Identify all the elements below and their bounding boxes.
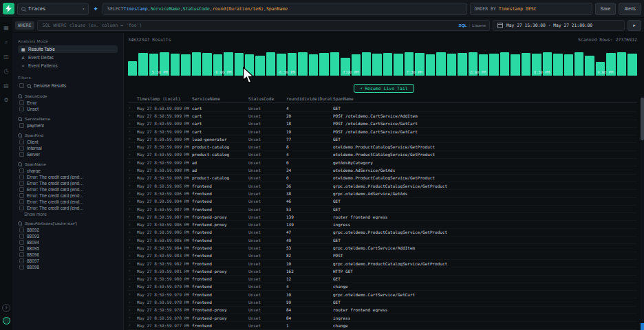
histogram-bar[interactable]: [372, 54, 381, 76]
table-row[interactable]: ›May 27 8:59:59.999 PMadUnset0getAdsByCa…: [128, 159, 637, 166]
language-lucene-option[interactable]: Lucene: [472, 23, 486, 28]
search-icon[interactable]: ⌕: [5, 39, 8, 46]
filter-item[interactable]: 88092: [18, 227, 118, 233]
filter-checkbox[interactable]: [19, 193, 24, 198]
table-scrollbar[interactable]: [641, 96, 644, 330]
histogram-bar[interactable]: [553, 54, 562, 76]
histogram-bar[interactable]: [383, 53, 392, 76]
table-row[interactable]: ›May 27 8:59:59.998 PMadUnset34oteldemo.…: [128, 166, 637, 174]
source-select[interactable]: Traces ▾: [17, 3, 89, 15]
filter-checkbox[interactable]: [19, 258, 24, 263]
filter-group-header[interactable]: SpanName: [18, 162, 118, 166]
filter-item[interactable]: Error: [18, 100, 118, 106]
filter-item[interactable]: 88093: [18, 233, 118, 239]
denoise-checkbox[interactable]: [19, 83, 24, 88]
filter-item[interactable]: Error: The credit card (end…: [18, 199, 118, 205]
col-timestamp[interactable]: Timestamp (Local): [137, 96, 192, 101]
histogram-bar[interactable]: [405, 52, 414, 76]
filter-checkbox[interactable]: [19, 152, 24, 157]
col-spanname[interactable]: SpanName: [333, 96, 637, 101]
histogram-bar[interactable]: [415, 53, 424, 76]
histogram-bar[interactable]: [224, 52, 233, 76]
filter-item[interactable]: Client: [18, 139, 118, 145]
filter-item[interactable]: Error: The credit card (end…: [18, 192, 118, 199]
table-row[interactable]: ›May 27 8:59:59.980 PMfrontendUnset12GET: [128, 276, 637, 283]
table-row[interactable]: ›May 27 8:59:59.986 PMfrontend-proxyUnse…: [128, 221, 637, 228]
table-row[interactable]: ›May 27 8:59:59.998 PMproduct-catalogUns…: [128, 175, 637, 182]
histogram-bar[interactable]: [171, 54, 180, 76]
filter-checkbox[interactable]: [19, 187, 24, 192]
table-row[interactable]: ›May 27 8:59:59.999 PMcartUnset18POST /o…: [128, 120, 637, 128]
table-row[interactable]: ›May 27 8:59:59.986 PMfrontendUnset47grp…: [128, 229, 637, 236]
histogram-bar[interactable]: [202, 53, 211, 76]
scrollbar-thumb[interactable]: [641, 98, 644, 140]
filter-item[interactable]: Internal: [18, 145, 118, 151]
filter-group-header[interactable]: SpanAttributes['cache.size']: [18, 221, 118, 226]
table-row[interactable]: ›May 27 8:59:59.987 PMfrontendUnset53GET: [128, 206, 637, 213]
histogram-bar[interactable]: [532, 54, 541, 76]
table-row[interactable]: ›May 27 8:59:59.983 PMfrontendUnset82POS…: [128, 252, 637, 260]
histogram-bar[interactable]: [564, 54, 573, 76]
table-row[interactable]: ›May 27 8:59:59.994 PMfrontendUnset46GET: [128, 198, 637, 206]
histogram-bar[interactable]: [255, 56, 264, 76]
histogram-bar[interactable]: [362, 52, 371, 76]
histogram-bar[interactable]: [235, 53, 244, 76]
app-logo[interactable]: [3, 3, 14, 14]
histogram-bar[interactable]: [266, 52, 275, 76]
where-input[interactable]: [41, 22, 456, 29]
histogram-bar[interactable]: [469, 52, 477, 76]
filter-checkbox[interactable]: [19, 168, 24, 173]
filter-item[interactable]: 88097: [18, 258, 118, 264]
table-row[interactable]: ›May 27 8:59:59.999 PMcartUnset4GET: [128, 104, 637, 112]
filter-checkbox[interactable]: [19, 107, 24, 111]
table-row[interactable]: ›May 27 8:59:59.999 PMproduct-catalogUns…: [128, 143, 637, 151]
filter-checkbox[interactable]: [19, 181, 24, 186]
scroll-live-indicator[interactable]: [641, 323, 644, 330]
table-row[interactable]: ›May 27 8:59:59.982 PMfrontendUnset10grp…: [128, 260, 637, 267]
filter-checkbox[interactable]: [19, 228, 24, 232]
histogram-bar[interactable]: [627, 54, 636, 76]
show-more-button[interactable]: Show more: [18, 212, 118, 217]
filter-item[interactable]: 88095: [18, 245, 118, 252]
analysis-mode-item[interactable]: ▦Results Table: [18, 45, 118, 53]
table-row[interactable]: ›May 27 8:59:59.996 PMfrontendUnset38grp…: [128, 190, 637, 197]
histogram-bar[interactable]: [149, 54, 158, 76]
filter-group-header[interactable]: ServiceName: [18, 116, 118, 121]
histogram-bar[interactable]: [500, 52, 509, 76]
filter-item[interactable]: charge: [18, 168, 118, 174]
histogram-bar[interactable]: [511, 54, 519, 76]
table-row[interactable]: ›May 27 8:59:59.999 PMcartUnset19POST /o…: [128, 128, 637, 135]
histogram-bar[interactable]: [352, 54, 361, 76]
help-icon[interactable]: ?: [2, 304, 10, 312]
select-query-input[interactable]: SELECT Timestamp, ServiceName, StatusCod…: [103, 3, 467, 15]
histogram-bar[interactable]: [596, 62, 605, 76]
filter-item[interactable]: 88094: [18, 239, 118, 245]
histogram-bar[interactable]: [181, 54, 190, 76]
table-row[interactable]: ›May 27 8:59:59.999 PMcartUnset20POST /o…: [128, 112, 637, 120]
language-sql-option[interactable]: SQL: [458, 23, 466, 28]
filter-item[interactable]: Error: The credit card (end…: [18, 174, 118, 180]
user-avatar[interactable]: [3, 317, 10, 324]
histogram-bar[interactable]: [447, 54, 456, 76]
filter-checkbox[interactable]: [19, 265, 24, 270]
col-servicename[interactable]: ServiceName: [192, 96, 248, 101]
ai-assistant-icon[interactable]: ✦: [92, 6, 100, 12]
histogram-bar[interactable]: [575, 52, 583, 76]
filter-checkbox[interactable]: [19, 199, 24, 204]
histogram-bar[interactable]: [617, 52, 626, 76]
alerts-button[interactable]: Alerts: [619, 3, 641, 15]
filter-item[interactable]: Server: [18, 151, 118, 157]
analysis-mode-item[interactable]: ≈Event Patterns: [18, 62, 118, 69]
table-row[interactable]: ›May 27 8:59:59.978 PMfrontendUnset59GET: [128, 298, 637, 306]
col-duration[interactable]: round(divide(Duration,: [286, 96, 333, 101]
histogram-bar[interactable]: [606, 53, 615, 76]
table-row[interactable]: ›May 27 8:59:59.985 PMfrontendUnset49GET: [128, 236, 637, 244]
filter-group-header[interactable]: StatusCode: [18, 94, 118, 98]
filter-item[interactable]: Error: The credit card (end…: [18, 205, 118, 211]
filter-item[interactable]: Error: The credit card (end…: [18, 180, 118, 186]
filter-checkbox[interactable]: [19, 175, 24, 179]
table-row[interactable]: ›May 27 8:59:59.999 PMload-generatorUnse…: [128, 135, 637, 143]
histogram-bar[interactable]: [543, 52, 552, 76]
panels-icon[interactable]: ▦: [3, 25, 9, 32]
histogram-bar[interactable]: [138, 53, 147, 76]
